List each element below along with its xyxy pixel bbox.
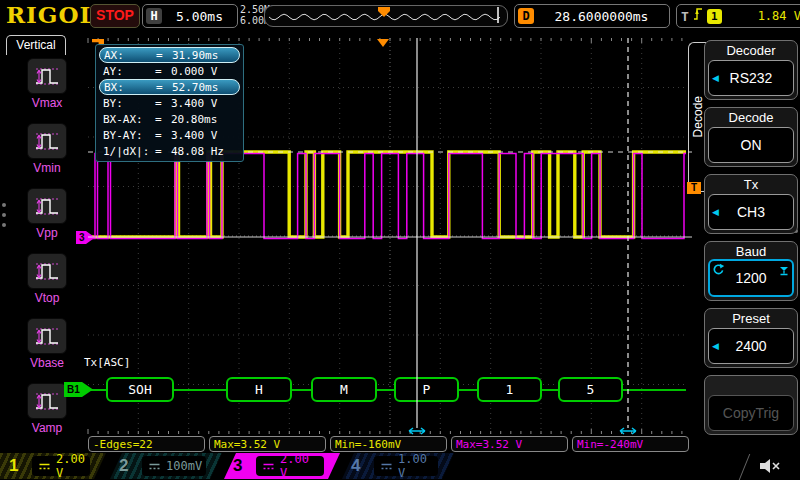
run-state-button[interactable]: STOP [90,4,140,28]
delay-box[interactable]: D 28.6000000ms [514,4,670,28]
trigger-source-badge: 1 [707,9,722,24]
cursor-row-bxax: BX-AX:=20.80ms [99,111,240,127]
rising-edge-icon [693,6,703,26]
timebase-value: 5.00ms [162,9,237,24]
equals-sign: = [156,49,172,62]
horizontal-timebase-box[interactable]: H 5.00ms [142,4,238,28]
cursor-label: BX-AX: [103,113,155,126]
dc-coupling-icon [148,457,161,475]
channel-scale: 2.00 V [56,452,85,480]
cursor-row-byay: BY-AY:=3.400 V [99,127,240,143]
channel-number: 1 [9,456,18,476]
delay-icon: D [518,8,534,24]
equals-sign: = [155,129,171,142]
trigger-level-marker[interactable]: T [687,182,701,194]
cursor-row-by: BY:=3.400 V [99,95,240,111]
channel-2-block[interactable]: 2 100mV [110,453,222,479]
channel-1-block[interactable]: 1 2.00 V [0,453,106,479]
cursor-row-ay: AY:=0.000 V [99,63,240,79]
delay-value: 28.6000000ms [534,9,669,24]
channel-3-block[interactable]: 3 2.00 V [224,453,340,479]
cursor-a-arrow-icon[interactable] [409,428,425,434]
cursor-label: AX: [104,49,156,62]
cursor-label: BY-AY: [103,129,155,142]
equals-sign: = [156,81,172,94]
rigol-logo: RIGOL [6,1,97,28]
cursor-label: AY: [103,65,155,78]
channel-scale: 1.00 V [398,452,432,480]
cursor-value: 3.400 V [171,97,236,110]
cursor-value: 52.70ms [172,81,235,94]
trigger-label: T [681,9,689,24]
cursor-label: BX: [104,81,156,94]
equals-sign: = [155,65,171,78]
equals-sign: = [155,97,171,110]
cursor-value: 48.08 Hz [171,145,236,158]
channel-number: 4 [351,456,360,476]
cursor-value: 0.000 V [171,65,236,78]
speaker-muted-icon[interactable] [758,456,784,480]
h-icon: H [146,8,162,24]
channel-scale: 100mV [166,459,202,473]
cursor-measurement-panel: AX:=31.90ms AY:=0.000 V BX:=52.70ms BY:=… [95,44,244,162]
equals-sign: = [155,113,171,126]
dc-coupling-icon [380,457,393,475]
cursor-row-ax: AX:=31.90ms [99,47,240,63]
cursor-b-arrow-icon[interactable] [620,428,636,434]
cursor-value: 3.400 V [171,129,236,142]
cursor-value: 31.90ms [172,49,235,62]
cursor-row-freq: 1/|dX|:=48.08 Hz [99,143,240,159]
channel-number: 3 [233,456,242,476]
equals-sign: = [155,145,171,158]
cursor-label: 1/|dX|: [103,145,155,158]
cursor-label: BY: [103,97,155,110]
dc-coupling-icon [262,457,275,475]
cursor-value: 20.80ms [171,113,236,126]
channel-status-bar: 1 2.00 V 2 100mV 3 2.00 V 4 1.00 V [0,452,800,480]
horizontal-position-ruler[interactable] [264,5,508,27]
channel-number: 2 [119,456,128,476]
channel-4-block[interactable]: 4 1.00 V [342,453,454,479]
trigger-level-value: 1.84 V [726,9,800,23]
dc-coupling-icon [38,457,51,475]
trigger-box[interactable]: T 1 1.84 V [676,4,800,28]
top-status-bar: RIGOL STOP H 5.00ms 2.50MSa/s 6.00M pts … [0,0,800,30]
cursor-row-bx: BX:=52.70ms [99,79,240,95]
channel-scale: 2.00 V [280,452,318,480]
